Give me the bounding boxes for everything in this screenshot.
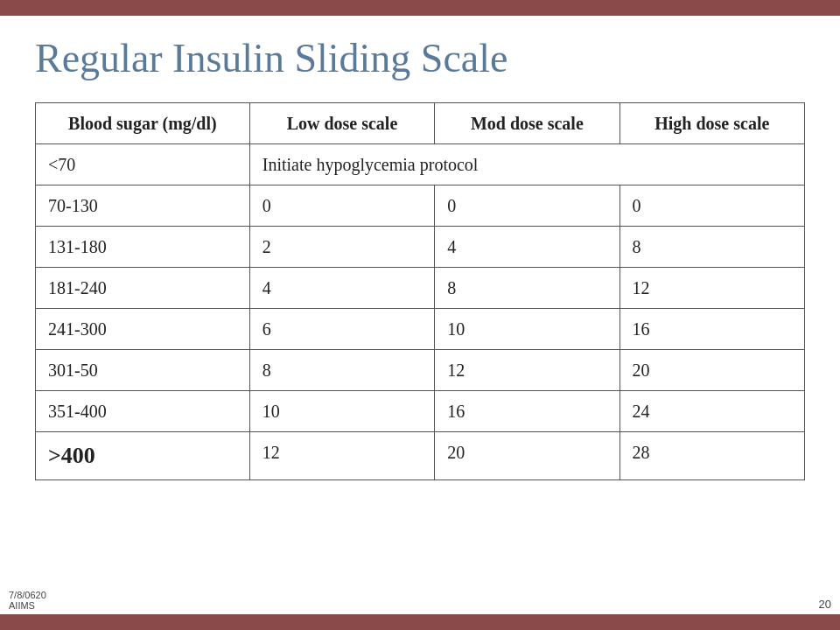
footer-date: 7/8/0620 (9, 590, 46, 600)
cell-low: 8 (249, 350, 434, 391)
cell-blood-sugar: 301-50 (36, 350, 250, 391)
cell-blood-sugar: >400 (36, 432, 250, 480)
cell-high: 24 (620, 391, 804, 432)
cell-low: 12 (249, 432, 434, 480)
footer-number: 20 (819, 598, 831, 611)
cell-blood-sugar: <70 (36, 144, 250, 186)
cell-blood-sugar: 70-130 (36, 186, 250, 227)
table-row: 181-2404812 (36, 268, 805, 309)
footer-org: AIIMS (9, 600, 35, 611)
cell-low: 0 (249, 186, 434, 227)
cell-high: 20 (620, 350, 804, 391)
cell-mod: 20 (435, 432, 620, 480)
cell-hypoglycemia: Initiate hypoglycemia protocol (249, 144, 804, 186)
cell-blood-sugar: 351-400 (36, 391, 250, 432)
table-row: 131-180248 (36, 227, 805, 268)
table-row: >400122028 (36, 432, 805, 480)
table-container: Blood sugar (mg/dl) Low dose scale Mod d… (35, 102, 805, 480)
table-row: 301-5081220 (36, 350, 805, 391)
cell-mod: 0 (435, 186, 620, 227)
table-row: <70Initiate hypoglycemia protocol (36, 144, 805, 186)
cell-blood-sugar: 131-180 (36, 227, 250, 268)
cell-low: 4 (249, 268, 434, 309)
cell-low: 10 (249, 391, 434, 432)
insulin-scale-table: Blood sugar (mg/dl) Low dose scale Mod d… (35, 102, 805, 480)
page-title: Regular Insulin Sliding Scale (35, 35, 805, 81)
table-header-row: Blood sugar (mg/dl) Low dose scale Mod d… (36, 103, 805, 144)
cell-high: 16 (620, 309, 804, 350)
cell-low: 6 (249, 309, 434, 350)
header-mod-dose: Mod dose scale (435, 103, 620, 144)
header-high-dose: High dose scale (620, 103, 804, 144)
cell-blood-sugar: 181-240 (36, 268, 250, 309)
header-low-dose: Low dose scale (249, 103, 434, 144)
cell-high: 8 (620, 227, 804, 268)
bottom-bar (0, 614, 840, 630)
cell-mod: 12 (435, 350, 620, 391)
cell-low: 2 (249, 227, 434, 268)
cell-mod: 10 (435, 309, 620, 350)
header-blood-sugar: Blood sugar (mg/dl) (36, 103, 250, 144)
cell-blood-sugar: 241-300 (36, 309, 250, 350)
cell-mod: 8 (435, 268, 620, 309)
cell-mod: 16 (435, 391, 620, 432)
top-bar (0, 0, 840, 16)
cell-high: 0 (620, 186, 804, 227)
table-row: 241-30061016 (36, 309, 805, 350)
cell-mod: 4 (435, 227, 620, 268)
table-body: <70Initiate hypoglycemia protocol70-1300… (36, 144, 805, 480)
table-row: 351-400101624 (36, 391, 805, 432)
footer-left: 7/8/0620 AIIMS (9, 590, 46, 611)
cell-high: 28 (620, 432, 804, 480)
cell-high: 12 (620, 268, 804, 309)
table-row: 70-130000 (36, 186, 805, 227)
